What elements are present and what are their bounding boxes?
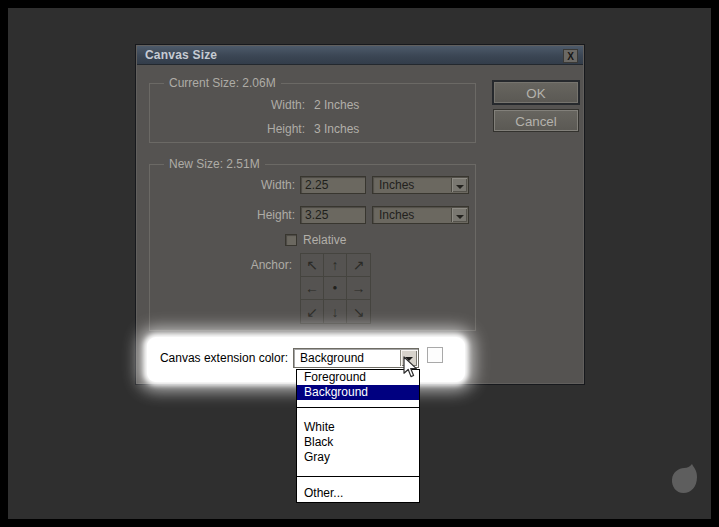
dropdown-item-foreground[interactable]: Foreground (297, 370, 419, 385)
anchor-cell-left[interactable]: ← (301, 277, 324, 300)
extension-color-swatch[interactable] (427, 347, 443, 363)
dropdown-item-white[interactable]: White (297, 420, 419, 435)
current-size-legend: Current Size: 2.06M (164, 76, 281, 90)
new-height-label: Height: (150, 208, 295, 222)
dropdown-item-black[interactable]: Black (297, 435, 419, 450)
dropdown-spacer (297, 465, 419, 476)
current-width-label: Width: (150, 98, 305, 112)
new-size-group: New Size: 2.51M Width: 2.25 Inches Heigh… (149, 164, 476, 331)
height-unit-value: Inches (379, 208, 414, 222)
anchor-cell-bottom-right[interactable]: ↘ (347, 300, 370, 323)
anchor-cell-bottom-left[interactable]: ↙ (301, 300, 324, 323)
screenshot-root: Canvas Size X OK Cancel Current Size: 2.… (0, 0, 719, 527)
anchor-grid: ↖ ↑ ↗ ← ● → ↙ ↓ ↘ (300, 253, 371, 324)
width-unit-select[interactable]: Inches (372, 176, 469, 194)
dropdown-spacer (297, 400, 419, 407)
anchor-cell-right[interactable]: → (347, 277, 370, 300)
canvas-extension-color-label: Canvas extension color: (158, 351, 288, 365)
canvas-size-dialog: Canvas Size X OK Cancel Current Size: 2.… (135, 44, 585, 385)
watermark-logo (667, 459, 703, 505)
dropdown-item-background[interactable]: Background (297, 385, 419, 400)
ok-button[interactable]: OK (494, 82, 578, 103)
current-height-label: Height: (150, 122, 305, 136)
height-input[interactable]: 3.25 (300, 206, 366, 224)
current-size-group: Current Size: 2.06M Width: 2 Inches Heig… (149, 83, 476, 143)
relative-label: Relative (303, 233, 346, 247)
current-height-value: 3 Inches (314, 122, 359, 136)
anchor-cell-top-right[interactable]: ↗ (347, 254, 370, 277)
height-unit-select[interactable]: Inches (372, 206, 469, 224)
dialog-titlebar[interactable]: Canvas Size X (137, 46, 583, 65)
cancel-button[interactable]: Cancel (494, 110, 578, 131)
dropdown-item-other[interactable]: Other... (297, 484, 419, 502)
anchor-cell-bottom[interactable]: ↓ (324, 300, 347, 323)
dialog-title: Canvas Size (145, 46, 217, 65)
chevron-down-icon (456, 185, 464, 189)
dropdown-item-gray[interactable]: Gray (297, 450, 419, 465)
close-icon: X (564, 51, 577, 62)
anchor-cell-top[interactable]: ↑ (324, 254, 347, 277)
extension-color-dropdown-list: Foreground Background White Black Gray O… (296, 369, 420, 503)
width-input[interactable]: 2.25 (300, 176, 366, 194)
current-width-value: 2 Inches (314, 98, 359, 112)
dropdown-spacer (297, 408, 419, 420)
mouse-cursor-icon (403, 356, 419, 379)
anchor-cell-center[interactable]: ● (324, 277, 347, 300)
anchor-cell-top-left[interactable]: ↖ (301, 254, 324, 277)
extension-color-value: Background (300, 351, 364, 365)
relative-checkbox[interactable] (285, 234, 297, 246)
new-width-label: Width: (150, 178, 295, 192)
width-unit-dropdown-button[interactable] (451, 178, 467, 192)
dropdown-spacer (297, 477, 419, 484)
anchor-label: Anchor: (150, 258, 292, 272)
close-button[interactable]: X (563, 49, 578, 63)
chevron-down-icon (456, 215, 464, 219)
width-unit-value: Inches (379, 178, 414, 192)
new-size-legend: New Size: 2.51M (164, 157, 265, 171)
extension-color-select[interactable]: Background (293, 348, 419, 368)
height-unit-dropdown-button[interactable] (451, 208, 467, 222)
